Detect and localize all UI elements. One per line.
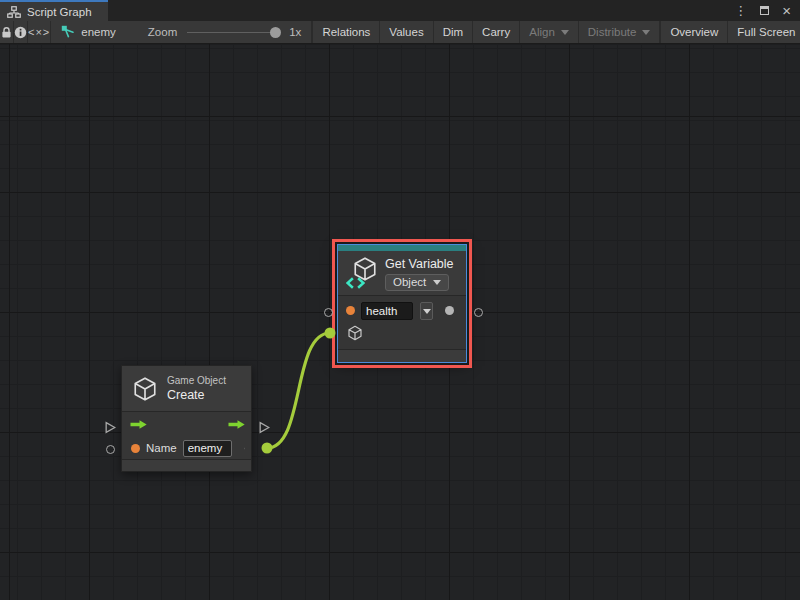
- window-controls: ⋮ ×: [734, 0, 800, 21]
- graph-name: enemy: [81, 26, 116, 38]
- info-icon: [14, 26, 27, 39]
- zoom-control: Zoom 1x: [148, 26, 302, 38]
- tab-script-graph[interactable]: Script Graph: [0, 0, 108, 21]
- connection-values-toggle[interactable]: <×>: [28, 21, 51, 43]
- close-icon[interactable]: ×: [782, 3, 791, 18]
- graph-breadcrumb[interactable]: enemy: [61, 25, 116, 39]
- button-label: Values: [389, 26, 423, 38]
- zoom-slider[interactable]: [187, 27, 279, 38]
- connection-wire[interactable]: [267, 333, 330, 448]
- button-label: Full Screen: [737, 26, 795, 38]
- lock-button[interactable]: [0, 21, 14, 43]
- button-label: Align: [529, 26, 555, 38]
- lock-icon: [0, 26, 13, 39]
- toolbar-button-carry[interactable]: Carry: [472, 21, 519, 43]
- zoom-slider-handle[interactable]: [270, 27, 281, 38]
- zoom-slider-track: [187, 32, 279, 33]
- button-label: Dim: [443, 26, 463, 38]
- titlebar-spacer: [108, 0, 735, 21]
- code-toggle-icon: <×>: [28, 26, 50, 38]
- graph-hierarchy-icon: [7, 6, 21, 18]
- wire-layer: [0, 44, 800, 600]
- toolbar-button-values[interactable]: Values: [379, 21, 432, 43]
- graph-canvas[interactable]: Game Object Create Name: [0, 44, 800, 600]
- zoom-label: Zoom: [148, 26, 177, 38]
- button-label: Relations: [322, 26, 370, 38]
- button-label: Distribute: [588, 26, 637, 38]
- window-menu-icon[interactable]: ⋮: [734, 4, 747, 17]
- titlebar: Script Graph ⋮ ×: [0, 0, 800, 21]
- tab-title: Script Graph: [27, 6, 92, 18]
- dropdown-caret-icon: [561, 30, 569, 35]
- toolbar: <×> enemy Zoom 1x Relations Values Dim C…: [0, 21, 800, 44]
- graph-toolbar-section: enemy Zoom 1x: [51, 21, 312, 43]
- button-label: Carry: [482, 26, 510, 38]
- inspector-button[interactable]: [14, 21, 28, 43]
- button-label: Overview: [670, 26, 718, 38]
- toolbar-button-align[interactable]: Align: [519, 21, 578, 43]
- toolbar-button-relations[interactable]: Relations: [312, 21, 379, 43]
- wire-source-port-dot[interactable]: [262, 443, 273, 454]
- toolbar-button-overview[interactable]: Overview: [660, 21, 727, 43]
- toolbar-button-dim[interactable]: Dim: [433, 21, 472, 43]
- toolbar-button-fullscreen[interactable]: Full Screen: [727, 21, 800, 43]
- script-graph-icon: [61, 25, 75, 39]
- dropdown-caret-icon: [642, 30, 650, 35]
- maximize-icon[interactable]: [760, 6, 769, 15]
- zoom-value: 1x: [289, 26, 301, 38]
- wire-target-port-dot[interactable]: [325, 328, 336, 339]
- toolbar-button-distribute[interactable]: Distribute: [578, 21, 660, 43]
